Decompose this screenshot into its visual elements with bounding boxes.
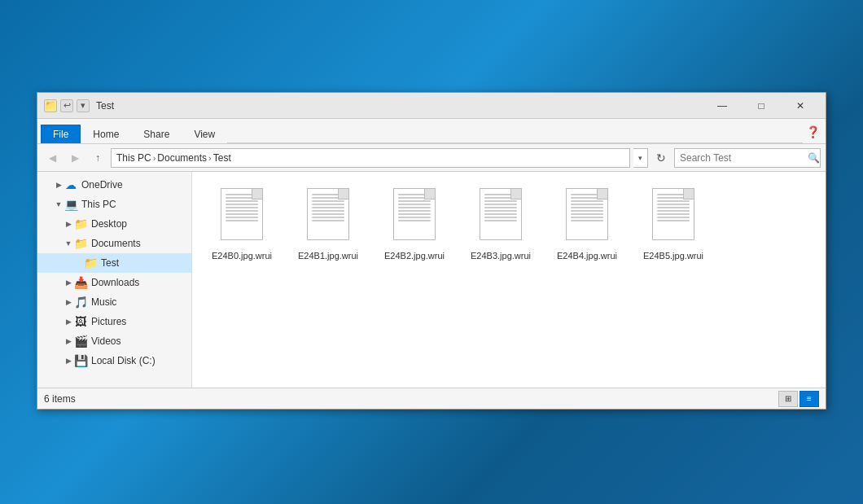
file-line (484, 204, 517, 205)
sidebar-item-onedrive[interactable]: ▶ ☁ OneDrive (37, 175, 191, 195)
file-line (657, 220, 690, 221)
folder-icon: 📁 (44, 99, 57, 112)
file-line (571, 213, 603, 215)
sidebar-label-pictures: Pictures (91, 316, 126, 327)
file-line (398, 200, 431, 202)
file-icon-2 (388, 188, 440, 247)
downloads-icon: 📥 (73, 276, 88, 289)
file-line (571, 207, 603, 208)
maximize-button[interactable]: □ (743, 94, 780, 117)
sidebar-item-test[interactable]: 📁 Test (37, 253, 191, 273)
file-line (398, 220, 431, 221)
file-name-2: E24B2.jpg.wrui (384, 250, 445, 261)
sidebar-item-videos[interactable]: ▶ 🎬 Videos (37, 331, 191, 351)
sidebar-label-onedrive: OneDrive (81, 179, 123, 191)
file-line (398, 194, 431, 195)
sidebar-label-documents: Documents (91, 238, 141, 249)
file-page-5 (652, 188, 694, 240)
address-bar: ◀ ▶ ↑ This PC › Documents › Test ▾ ↻ 🔍 (37, 144, 826, 172)
file-line (484, 207, 517, 208)
grid-view-button[interactable]: ⊞ (778, 391, 798, 407)
file-line (484, 220, 517, 221)
file-line (657, 207, 690, 208)
path-test: Test (213, 152, 231, 164)
file-icon-1 (302, 188, 354, 247)
file-line (657, 194, 690, 195)
file-icon-5 (647, 188, 699, 247)
title-bar-icons: 📁 ↩ ▾ (44, 99, 90, 112)
file-line (484, 197, 517, 199)
file-line (398, 217, 431, 218)
file-item-5[interactable]: E24B5.jpg.wrui (637, 185, 710, 265)
file-name-5: E24B5.jpg.wrui (643, 250, 703, 261)
tab-view[interactable]: View (182, 125, 227, 143)
file-line (226, 217, 258, 218)
file-line (312, 200, 344, 202)
file-line (312, 204, 344, 205)
file-name-4: E24B4.jpg.wrui (557, 250, 617, 261)
expand-arrow: ▶ (64, 220, 73, 228)
expand-arrow: ▼ (54, 200, 64, 208)
file-line (571, 217, 603, 218)
expand-arrow: ▶ (64, 318, 73, 326)
file-line (398, 210, 431, 212)
file-line (484, 213, 517, 215)
forward-button[interactable]: ▶ (65, 148, 85, 168)
file-item-0[interactable]: E24B0.jpg.wrui (205, 185, 278, 265)
file-line (657, 213, 690, 215)
file-item-4[interactable]: E24B4.jpg.wrui (550, 185, 624, 265)
pc-icon: 💻 (64, 198, 78, 211)
search-input[interactable] (675, 152, 807, 164)
tab-share[interactable]: Share (131, 125, 182, 143)
ribbon-tabs: File Home Share View ❓ (37, 119, 826, 143)
close-button[interactable]: ✕ (782, 94, 819, 117)
file-line (657, 217, 690, 218)
onedrive-icon: ☁ (64, 178, 78, 191)
file-page-0 (221, 188, 263, 240)
music-icon: 🎵 (73, 296, 88, 309)
file-line (571, 210, 603, 212)
file-line (571, 200, 603, 202)
file-line (398, 213, 431, 215)
expand-arrow: ▶ (64, 337, 73, 345)
window-title: Test (96, 100, 703, 112)
file-area: E24B0.jpg.wrui (192, 172, 826, 388)
tab-home[interactable]: Home (81, 125, 131, 143)
file-line (312, 207, 344, 208)
file-line (398, 204, 431, 205)
file-grid: E24B0.jpg.wrui (205, 185, 813, 265)
sidebar-item-music[interactable]: ▶ 🎵 Music (37, 292, 191, 312)
sidebar-item-local-disk[interactable]: ▶ 💾 Local Disk (C:) (37, 351, 191, 370)
tab-file[interactable]: File (41, 125, 81, 143)
list-view-button[interactable]: ≡ (799, 391, 819, 407)
file-line (398, 197, 431, 199)
help-button[interactable]: ❓ (803, 122, 822, 142)
expand-arrow: ▶ (64, 357, 73, 365)
file-item-1[interactable]: E24B1.jpg.wrui (291, 185, 365, 265)
expand-arrow: ▶ (64, 298, 73, 306)
file-item-3[interactable]: E24B3.jpg.wrui (464, 185, 537, 265)
address-dropdown-button[interactable]: ▾ (633, 148, 648, 168)
ribbon: File Home Share View ❓ (37, 119, 826, 144)
address-path[interactable]: This PC › Documents › Test (111, 148, 630, 168)
minimize-button[interactable]: — (703, 94, 741, 117)
file-line (226, 210, 258, 212)
file-line (657, 204, 690, 205)
sidebar-item-documents[interactable]: ▼ 📁 Documents (37, 234, 191, 253)
search-button[interactable]: 🔍 (807, 148, 820, 168)
file-line (312, 217, 344, 218)
sidebar-label-local-disk: Local Disk (C:) (91, 355, 156, 366)
refresh-button[interactable]: ↻ (651, 148, 671, 168)
sidebar-item-pictures[interactable]: ▶ 🖼 Pictures (37, 312, 191, 331)
sidebar-item-downloads[interactable]: ▶ 📥 Downloads (37, 273, 191, 292)
file-item-2[interactable]: E24B2.jpg.wrui (378, 185, 451, 265)
title-bar: 📁 ↩ ▾ Test — □ ✕ (37, 93, 826, 119)
sidebar-item-this-pc[interactable]: ▼ 💻 This PC (37, 195, 191, 214)
folder-icon: 📁 (73, 237, 88, 250)
up-button[interactable]: ↑ (88, 148, 107, 168)
file-line (484, 210, 517, 212)
file-line (571, 194, 603, 195)
back-button[interactable]: ◀ (42, 148, 62, 168)
sidebar-item-desktop[interactable]: ▶ 📁 Desktop (37, 214, 191, 234)
file-line (657, 210, 690, 212)
